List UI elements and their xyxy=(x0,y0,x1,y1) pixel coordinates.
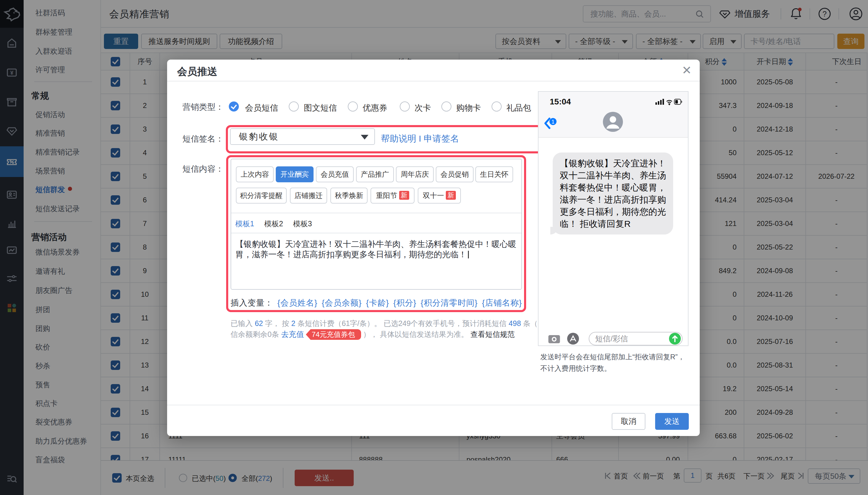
svg-text:1: 1 xyxy=(552,119,555,125)
